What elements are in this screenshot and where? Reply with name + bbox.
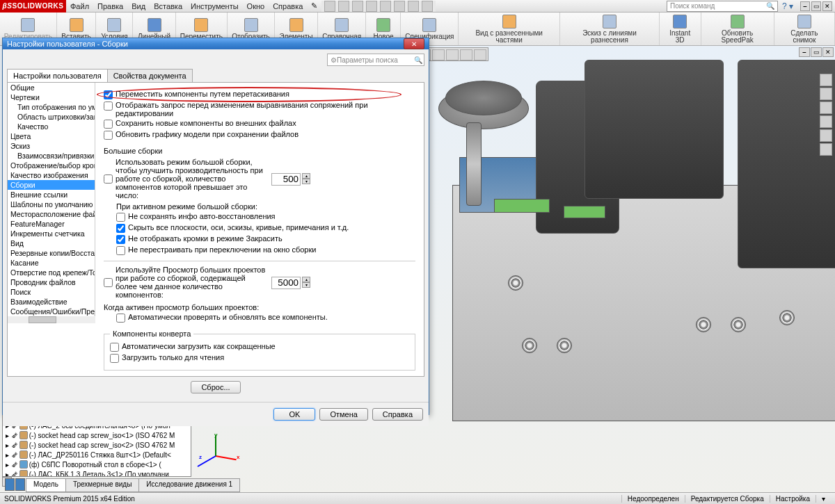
large-mode-suboption[interactable]: Не сохранять инфо авто-восстановления bbox=[116, 212, 415, 222]
dialog-titlebar[interactable]: Настройки пользователя - Сборки ✕ bbox=[3, 38, 429, 49]
large-mode-suboption[interactable]: Не перестраивать при переключении на окн… bbox=[116, 245, 415, 255]
taskpane-explorer-icon[interactable] bbox=[820, 101, 832, 114]
tree-item[interactable]: ▸ 🗞(ф) С6ПС Поворотный стол в сборе<1> ( bbox=[3, 460, 191, 469]
taskpane-resources-icon[interactable] bbox=[820, 74, 832, 86]
nav-item[interactable]: Отверстие под крепеж/Tool bbox=[8, 268, 95, 277]
maximize-button[interactable]: ▭ bbox=[811, 1, 821, 11]
nav-item[interactable]: FeatureManager bbox=[8, 219, 95, 229]
qa-new-icon[interactable] bbox=[324, 1, 335, 12]
qa-print-icon[interactable] bbox=[366, 1, 377, 12]
menu-view[interactable]: Вид bbox=[127, 2, 150, 10]
input-large-threshold[interactable] bbox=[271, 173, 301, 186]
nav-item[interactable]: Цвета bbox=[8, 131, 95, 141]
menu-file[interactable]: Файл bbox=[66, 2, 93, 10]
options-search-input[interactable]: ⚙ Параметры поиска 🔍 bbox=[327, 54, 424, 66]
option-save-external[interactable]: Сохранить новые компоненты во внешних фа… bbox=[104, 119, 415, 129]
taskpane-view-palette-icon[interactable] bbox=[820, 115, 832, 128]
nav-item[interactable]: Сборки bbox=[8, 180, 95, 190]
view-appearance-icon[interactable] bbox=[446, 49, 459, 60]
nav-item[interactable]: Эскиз bbox=[8, 141, 95, 151]
checkbox-move-drag[interactable] bbox=[104, 90, 113, 99]
taskpane-custom-props-icon[interactable] bbox=[820, 143, 832, 156]
taskpane-appearances-icon[interactable] bbox=[820, 129, 832, 142]
nav-item[interactable]: Отображение/выбор кромк bbox=[8, 161, 95, 170]
tab-model[interactable]: Модель bbox=[26, 478, 66, 492]
nav-item[interactable]: Внешние ссылки bbox=[8, 190, 95, 200]
checkbox[interactable] bbox=[116, 235, 125, 244]
nav-item[interactable]: Резервные копии/Восстан bbox=[8, 248, 95, 258]
checkbox-auto-check[interactable] bbox=[116, 314, 125, 323]
ok-button[interactable]: OK bbox=[273, 408, 315, 421]
mdi-close-icon[interactable]: ✕ bbox=[822, 47, 834, 57]
nav-item[interactable]: Область штриховки/запо bbox=[8, 112, 95, 122]
checkbox-prompt-align[interactable] bbox=[104, 101, 113, 111]
spinner-down-icon[interactable]: ▾ bbox=[302, 179, 310, 184]
checkbox[interactable] bbox=[116, 246, 125, 255]
close-button[interactable]: ✕ bbox=[822, 1, 832, 11]
menu-help[interactable]: Справка bbox=[269, 2, 307, 10]
nav-horizontal-scrollbar[interactable] bbox=[8, 316, 95, 323]
checkbox-large-mode[interactable] bbox=[104, 174, 113, 184]
reset-button[interactable]: Сброс... bbox=[191, 381, 240, 393]
menu-window[interactable]: Окно bbox=[243, 2, 269, 10]
spinner-up-icon[interactable]: ▴ bbox=[302, 173, 310, 179]
checkbox[interactable] bbox=[116, 224, 125, 233]
help-button[interactable]: Справка bbox=[372, 408, 423, 421]
nav-item[interactable]: Месторасположение файло bbox=[8, 209, 95, 219]
view-hide-show-icon[interactable] bbox=[432, 49, 445, 60]
option-move-by-drag[interactable]: Переместить компоненты путем перетаскива… bbox=[104, 90, 415, 99]
menu-expand-icon[interactable]: ✎ bbox=[307, 1, 321, 10]
options-nav-tree[interactable]: ОбщиеЧертежиТип отображения по умолОблас… bbox=[8, 83, 95, 316]
nav-item[interactable]: Чертежи bbox=[8, 92, 95, 102]
nav-item[interactable]: Общие bbox=[8, 83, 95, 92]
status-customize[interactable]: Настройка bbox=[770, 495, 816, 503]
option-auto-check-update[interactable]: Автоматически проверять и обновлять все … bbox=[116, 313, 415, 323]
cancel-button[interactable]: Отмена bbox=[319, 408, 367, 421]
tree-item[interactable]: ▸ 🗞(-) socket head cap screw_iso<2> (ISO… bbox=[3, 440, 191, 450]
help-icon[interactable]: ? ▾ bbox=[778, 1, 797, 11]
nav-item[interactable]: Качество изображения bbox=[8, 170, 95, 180]
dialog-close-button[interactable]: ✕ bbox=[404, 38, 424, 49]
option-large-assembly-mode[interactable]: Использовать режим большой сборки, чтобы… bbox=[104, 158, 415, 200]
tree-item[interactable]: ▸ 🗞(-) socket head cap screw_iso<1> (ISO… bbox=[3, 430, 191, 440]
checkbox-large-review[interactable] bbox=[104, 278, 113, 287]
checkbox-update-graphics[interactable] bbox=[104, 131, 113, 140]
tab-motion-study[interactable]: Исследование движения 1 bbox=[138, 478, 240, 492]
tab-arrow-right-icon[interactable] bbox=[15, 478, 25, 491]
ribbon-speedpak[interactable]: Обновить SpeedPak bbox=[701, 13, 774, 45]
checkbox-envelope-lightweight[interactable] bbox=[110, 343, 119, 352]
tree-item[interactable]: ▸ 🗞(-) ЛАС_ДР250116 Стяжка 8шт<1> (Defau… bbox=[3, 450, 191, 460]
nav-item[interactable]: Поиск bbox=[8, 287, 95, 297]
option-envelope-readonly[interactable]: Загрузить только для чтения bbox=[110, 353, 409, 363]
nav-item[interactable]: Проводник файлов bbox=[8, 277, 95, 287]
ribbon-snapshot[interactable]: Сделать снимок bbox=[774, 13, 835, 45]
nav-item[interactable]: Касание bbox=[8, 258, 95, 268]
nav-item[interactable]: Тип отображения по умол bbox=[8, 102, 95, 112]
menu-edit[interactable]: Правка bbox=[93, 2, 127, 10]
checkbox-save-external[interactable] bbox=[104, 120, 113, 129]
qa-rebuild-icon[interactable] bbox=[408, 1, 419, 12]
menu-insert[interactable]: Вставка bbox=[150, 2, 186, 10]
option-prompt-align[interactable]: Отображать запрос перед изменением вырав… bbox=[104, 101, 415, 117]
orientation-triad[interactable]: x y z bbox=[209, 434, 237, 462]
qa-select-icon[interactable] bbox=[394, 1, 405, 12]
qa-undo-icon[interactable] bbox=[380, 1, 391, 12]
checkbox[interactable] bbox=[116, 213, 125, 222]
nav-item[interactable]: Взаимодействие bbox=[8, 297, 95, 307]
tab-3dviews[interactable]: Трехмерные виды bbox=[65, 478, 139, 492]
qa-save-icon[interactable] bbox=[352, 1, 363, 12]
view-scene-icon[interactable] bbox=[460, 49, 472, 60]
large-mode-suboption[interactable]: Не отображать кромки в режиме Закрасить bbox=[116, 234, 415, 244]
mdi-minimize-icon[interactable]: ‒ bbox=[799, 47, 810, 57]
nav-item[interactable]: Инкременты счетчика bbox=[8, 229, 95, 238]
tab-user-settings[interactable]: Настройки пользователя bbox=[7, 69, 108, 82]
tab-document-properties[interactable]: Свойства документа bbox=[107, 69, 193, 82]
tree-item[interactable]: ▸ 🗞(-) ЛАС_КБК.1.3 Деталь 3<1> (По умолч… bbox=[3, 469, 191, 477]
view-settings-icon[interactable] bbox=[474, 49, 486, 60]
checkbox-envelope-readonly[interactable] bbox=[110, 354, 119, 363]
spinner-up-icon[interactable]: ▴ bbox=[302, 277, 310, 282]
nav-item[interactable]: Шаблоны по умолчанию bbox=[8, 200, 95, 209]
taskpane-design-lib-icon[interactable] bbox=[820, 88, 832, 100]
search-commands-input[interactable]: Поиск команд 🔍 bbox=[667, 1, 778, 12]
ribbon-exploded-view[interactable]: Вид с разнесенными частями bbox=[459, 13, 560, 45]
